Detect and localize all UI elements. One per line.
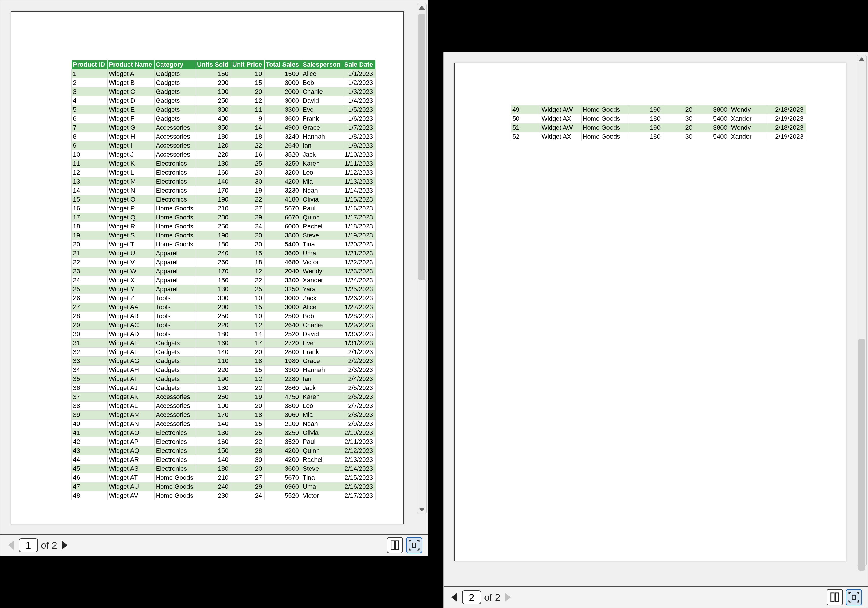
cell: Alice: [301, 70, 343, 78]
vertical-scrollbar-left[interactable]: [417, 3, 427, 514]
col-header: Sale Date: [343, 60, 375, 70]
cell: 2: [72, 78, 108, 87]
cell: 14: [72, 186, 108, 195]
cell: Widget K: [108, 159, 155, 168]
cell: Widget I: [108, 141, 155, 150]
cell: 2/17/2023: [343, 491, 375, 500]
cell: 2/8/2023: [343, 411, 375, 420]
cell: 3600: [265, 464, 301, 473]
cell: Widget AU: [108, 482, 155, 491]
cell: Jack: [301, 150, 343, 159]
cell: Home Goods: [581, 106, 628, 114]
cell: 24: [72, 276, 108, 285]
scroll-down-icon[interactable]: [418, 507, 425, 512]
single-page-mode-button[interactable]: [387, 537, 403, 553]
cell: 12: [231, 96, 265, 106]
table-row: 12Widget LElectronics160203200Leo1/12/20…: [72, 168, 375, 177]
cell: 1/2/2023: [343, 78, 375, 87]
cell: 220: [196, 150, 231, 159]
table-row: 22Widget VApparel260184680Victor1/22/202…: [72, 258, 375, 267]
cell: Accessories: [155, 401, 196, 411]
cell: 120: [196, 141, 231, 150]
cell: 190: [628, 123, 663, 132]
cell: Karen: [301, 393, 343, 401]
table-row: 40Widget ANAccessories140152100Noah2/9/2…: [72, 420, 375, 429]
cell: 3250: [265, 159, 301, 168]
data-table-page-1: Product IDProduct NameCategoryUnits Sold…: [71, 60, 375, 500]
page-number-input[interactable]: [462, 590, 481, 604]
cell: Victor: [301, 258, 343, 267]
cell: Widget C: [108, 87, 155, 96]
cell: 150: [196, 446, 231, 456]
cell: 8: [72, 132, 108, 141]
cell: 13: [72, 177, 108, 186]
cell: 1/13/2023: [343, 177, 375, 186]
cell: Uma: [301, 482, 343, 491]
fit-page-mode-button[interactable]: [406, 537, 422, 553]
cell: 15: [231, 249, 265, 258]
page-number-input[interactable]: [19, 538, 38, 552]
table-row: 5Widget EGadgets300113300Eve1/5/2023: [72, 106, 375, 114]
cell: 1/9/2023: [343, 141, 375, 150]
cell: 1/17/2023: [343, 213, 375, 222]
cell: 2/15/2023: [343, 473, 375, 482]
cell: 2/9/2023: [343, 420, 375, 429]
cell: 1/14/2023: [343, 186, 375, 195]
single-page-mode-button[interactable]: [827, 589, 843, 605]
cell: 30: [663, 114, 695, 123]
cell: Yara: [301, 285, 343, 294]
cell: 41: [72, 429, 108, 437]
cell: 130: [196, 384, 231, 393]
cell: 10: [231, 294, 265, 303]
cell: Widget AV: [108, 491, 155, 500]
cell: 5: [72, 106, 108, 114]
cell: David: [301, 96, 343, 106]
table-row: 44Widget ARElectronics140304200Rachel2/1…: [72, 456, 375, 464]
prev-page-button[interactable]: [450, 590, 459, 605]
cell: Electronics: [155, 168, 196, 177]
cell: 30: [663, 132, 695, 141]
page-area-left: Product IDProduct NameCategoryUnits Sold…: [0, 0, 428, 534]
cell: 2860: [265, 384, 301, 393]
cell: 4200: [265, 456, 301, 464]
prev-page-button[interactable]: [6, 538, 16, 552]
cell: 150: [196, 70, 231, 78]
scroll-up-icon[interactable]: [859, 58, 865, 61]
cell: Gadgets: [155, 96, 196, 106]
cell: 2/10/2023: [343, 429, 375, 437]
table-row: 45Widget ASElectronics180203600Steve2/14…: [72, 464, 375, 473]
cell: 6000: [265, 222, 301, 231]
cell: Electronics: [155, 186, 196, 195]
table-row: 28Widget ABTools250102500Bob1/28/2023: [72, 312, 375, 321]
cell: 2/12/2023: [343, 446, 375, 456]
next-page-button[interactable]: [60, 538, 70, 552]
fit-page-mode-button[interactable]: [846, 589, 862, 605]
cell: Widget E: [108, 106, 155, 114]
cell: 52: [511, 132, 540, 141]
cell: 4: [72, 96, 108, 106]
cell: Apparel: [155, 249, 196, 258]
scrollbar-thumb[interactable]: [858, 339, 865, 571]
single-page-icon: [829, 592, 840, 603]
scrollbar-thumb[interactable]: [418, 14, 425, 280]
cell: 1/7/2023: [343, 123, 375, 132]
scroll-up-icon[interactable]: [418, 6, 425, 9]
cell: 250: [196, 312, 231, 321]
toolbar-right: of 2: [443, 586, 868, 608]
cell: 11: [231, 106, 265, 114]
cell: Quinn: [301, 213, 343, 222]
cell: 18: [231, 258, 265, 267]
cell: 1/31/2023: [343, 339, 375, 348]
cell: Xander: [301, 276, 343, 285]
cell: 190: [196, 231, 231, 240]
cell: Tina: [301, 473, 343, 482]
cell: 2640: [265, 321, 301, 330]
next-page-button[interactable]: [503, 590, 513, 605]
cell: 260: [196, 258, 231, 267]
vertical-scrollbar-right[interactable]: [857, 55, 866, 566]
cell: Home Goods: [155, 482, 196, 491]
cell: 10: [231, 70, 265, 78]
cell: 180: [196, 330, 231, 339]
cell: Tools: [155, 312, 196, 321]
cell: Widget AI: [108, 375, 155, 384]
